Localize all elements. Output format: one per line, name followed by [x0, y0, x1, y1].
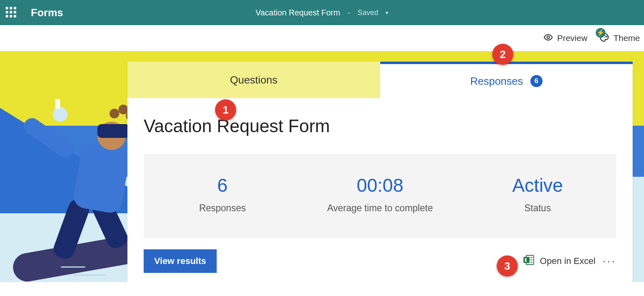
- app-launcher-icon[interactable]: [6, 7, 17, 18]
- preview-label: Preview: [557, 33, 588, 43]
- app-header: Forms Vacation Request Form - Saved ▾: [0, 0, 644, 25]
- tab-responses[interactable]: Responses 6: [380, 62, 633, 98]
- annotation-2: 2: [492, 44, 513, 65]
- stats-panel: 6 Responses 00:08 Average time to comple…: [144, 154, 616, 238]
- annotation-3: 3: [497, 255, 518, 277]
- tab-questions-label: Questions: [230, 74, 278, 86]
- preview-button[interactable]: Preview: [543, 32, 588, 44]
- open-in-excel-label: Open in Excel: [540, 256, 595, 266]
- form-card: Questions Responses 6 Vacation Request F…: [127, 62, 633, 282]
- stat-responses: 6 Responses: [144, 174, 301, 214]
- header-center: Vacation Request Form - Saved ▾: [256, 8, 388, 17]
- tabs: Questions Responses 6: [127, 62, 633, 98]
- chevron-down-icon[interactable]: ▾: [386, 9, 388, 16]
- card-content: Vacation Request Form 6 Responses 00:08 …: [127, 98, 633, 273]
- svg-point-0: [547, 36, 549, 39]
- svg-rect-5: [523, 257, 530, 263]
- stat-responses-label: Responses: [144, 203, 301, 214]
- right-actions: Open in Excel ···: [523, 254, 616, 268]
- save-status: Saved: [358, 9, 378, 17]
- annotation-1: 1: [215, 99, 236, 120]
- page-title: Vacation Request Form: [144, 116, 616, 136]
- responses-count-badge: 6: [530, 75, 543, 87]
- stat-avg-time-value: 00:08: [301, 174, 459, 196]
- actions-row: View results Open in Excel ···: [144, 249, 616, 273]
- stat-avg-time-label: Average time to complete: [301, 203, 459, 214]
- stat-responses-value: 6: [144, 174, 301, 196]
- app-name[interactable]: Forms: [31, 6, 63, 19]
- theme-button[interactable]: ⚡ Theme: [599, 32, 640, 45]
- toolbar: Preview ⚡ Theme: [0, 25, 644, 51]
- excel-icon: [523, 254, 535, 268]
- more-options-icon[interactable]: ···: [603, 255, 616, 268]
- eye-icon: [543, 32, 553, 44]
- lightning-badge-icon: ⚡: [596, 28, 605, 38]
- open-in-excel-button[interactable]: Open in Excel: [523, 254, 595, 268]
- header-form-title: Vacation Request Form: [256, 8, 340, 17]
- stat-status-value: Active: [459, 174, 616, 196]
- view-results-button[interactable]: View results: [144, 249, 217, 273]
- stat-status-label: Status: [459, 203, 616, 214]
- banner: Questions Responses 6 Vacation Request F…: [0, 51, 644, 282]
- tab-responses-label: Responses: [470, 75, 523, 88]
- svg-point-3: [605, 36, 606, 37]
- stat-avg-time: 00:08 Average time to complete: [301, 174, 459, 214]
- theme-label: Theme: [614, 33, 640, 43]
- dash: -: [347, 8, 350, 17]
- tab-questions[interactable]: Questions: [127, 62, 380, 98]
- snowboarder-illustration: [16, 105, 146, 282]
- stat-status: Active Status: [459, 174, 616, 214]
